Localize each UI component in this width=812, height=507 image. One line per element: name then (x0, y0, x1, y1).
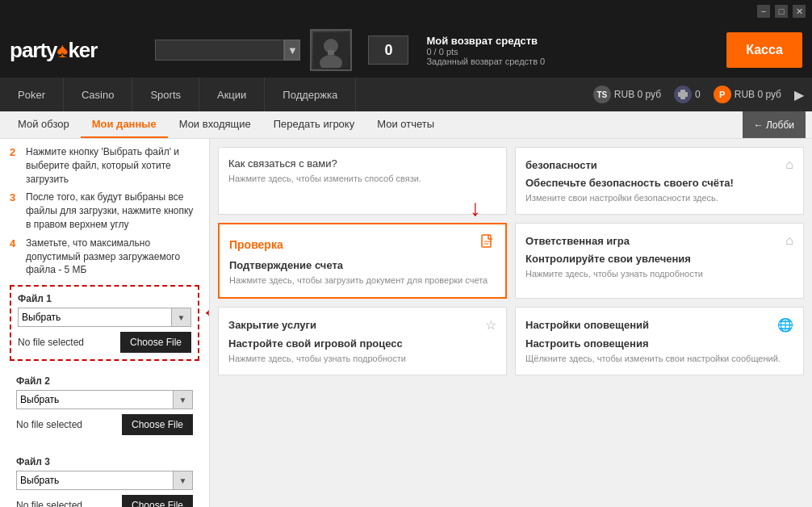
top-header: party ♠ ker ▼ 0 Мой возврат средств 0 / … (0, 23, 812, 78)
avatar (310, 29, 352, 71)
expand-icon[interactable]: ▶ (794, 87, 804, 103)
file3-select-row: Выбрать ▼ (16, 471, 193, 490)
file2-select-arrow[interactable]: ▼ (174, 390, 193, 409)
file2-select[interactable]: Выбрать (16, 390, 174, 409)
notifications-title: Настройки оповещений (525, 319, 649, 331)
closing-star-icon: ☆ (485, 317, 496, 333)
logo[interactable]: party ♠ ker (10, 38, 97, 63)
file1-label: Файл 1 (18, 293, 191, 304)
close-button[interactable]: ✕ (793, 5, 806, 18)
step-3: 3 После того, как будут выбраны все файл… (10, 191, 199, 231)
nav-sports[interactable]: Sports (132, 78, 199, 111)
cashier-button[interactable]: Касса (726, 32, 802, 68)
contact-title: Как связаться с вами? (228, 157, 496, 170)
file2-label: Файл 2 (16, 375, 193, 387)
step-4: 4 Заметьте, что максимально допустимый р… (10, 237, 199, 277)
nav-casino[interactable]: Casino (64, 78, 132, 111)
security-card[interactable]: безопасности ⌂ Обеспечьте безопасность с… (515, 147, 804, 215)
verification-header: Проверка (229, 234, 496, 254)
nav-poker[interactable]: Poker (0, 78, 64, 111)
balance-info: Мой возврат средств 0 / 0 pts Заданный в… (426, 35, 545, 66)
subnav-reports[interactable]: Мои отчеты (366, 111, 446, 138)
file2-select-row: Выбрать ▼ (16, 390, 193, 409)
lobby-button[interactable]: ← Лобби (743, 111, 806, 138)
logo-poker: ker (68, 38, 97, 63)
closing-title: Закрытие услуги (228, 319, 316, 331)
balance-title: Мой возврат средств (426, 35, 545, 47)
chip-balance: 0 (674, 86, 701, 103)
security-icon: ⌂ (785, 157, 793, 172)
closing-header: Закрытие услуги ☆ (228, 317, 496, 333)
contact-desc: Нажмите здесь, чтобы изменить способ свя… (228, 173, 496, 185)
p-icon: P (714, 86, 731, 103)
subnav-overview[interactable]: Мой обзор (6, 111, 81, 138)
security-card-header: безопасности ⌂ (525, 157, 793, 172)
responsible-title: Ответственная игра (525, 235, 630, 247)
nav-aktsii[interactable]: Акции (199, 78, 265, 111)
file3-no-file: No file selected (16, 500, 117, 507)
instructions: 2 Нажмите кнопку 'Выбрать файл' и выбери… (10, 145, 199, 277)
file1-choose-button[interactable]: Choose File (120, 332, 191, 353)
main-nav: Poker Casino Sports Акции Поддержка TS R… (0, 78, 812, 111)
responsible-card[interactable]: Ответственная игра ⌂ Контролируйте свои … (515, 223, 804, 298)
file3-label: Файл 3 (16, 456, 193, 467)
verification-title: Проверка (229, 238, 283, 251)
subnav-mydata[interactable]: Мои данные (81, 111, 168, 138)
file3-section: Файл 3 Выбрать ▼ No file selected Choose… (10, 450, 199, 507)
p-balance: P RUB 0 руб (714, 86, 781, 103)
balance-pts: 0 / 0 pts (426, 47, 545, 57)
contact-card[interactable]: Как связаться с вами? Нажмите здесь, что… (218, 147, 507, 215)
file3-select-arrow[interactable]: ▼ (174, 471, 193, 490)
notifications-header: Настройки оповещений 🌐 (525, 317, 793, 333)
sub-nav: Мой обзор Мои данные Мои входящие Переда… (0, 111, 812, 139)
chip-amount: 0 (695, 89, 701, 100)
svg-rect-5 (680, 90, 685, 99)
nav-support[interactable]: Поддержка (265, 78, 356, 111)
notifications-globe-icon: 🌐 (777, 317, 793, 333)
maximize-button[interactable]: □ (775, 5, 788, 18)
responsible-header: Ответственная игра ⌂ (525, 233, 793, 248)
security-subtitle: Обеспечьте безопасность своего счёта! (525, 177, 793, 189)
file2-input-row: No file selected Choose File (16, 414, 193, 435)
subnav-transfer[interactable]: Передать игроку (262, 111, 366, 138)
file3-select[interactable]: Выбрать (16, 471, 174, 490)
responsible-subtitle: Контролируйте свои увлечения (525, 253, 793, 265)
main-content: 2 Нажмите кнопку 'Выбрать файл' и выбери… (0, 139, 812, 507)
pts-value: 0 (384, 42, 392, 59)
notifications-card[interactable]: Настройки оповещений 🌐 Настроить оповеще… (515, 307, 804, 375)
chip-icon (674, 86, 692, 103)
notifications-subtitle: Настроить оповещения (525, 337, 793, 350)
balance-sub: Заданный возврат средств 0 (426, 57, 545, 66)
avatar-image (312, 30, 350, 70)
verification-card[interactable]: ↓ Проверка Подтверждение счета Нажмите з… (218, 223, 507, 298)
file2-choose-button[interactable]: Choose File (122, 414, 193, 435)
security-desc: Измените свои настройки безопасности зде… (525, 192, 793, 204)
search-input[interactable] (155, 40, 284, 61)
file1-select[interactable]: Выбрать (18, 308, 172, 327)
minimize-button[interactable]: − (757, 5, 770, 18)
ts-amount: RUB 0 руб (614, 89, 661, 100)
p-amount: RUB 0 руб (735, 89, 781, 100)
logo-text: party (10, 38, 57, 63)
closing-desc: Нажмите здесь, чтобы узнать подробности (228, 353, 496, 365)
search-dropdown-arrow[interactable]: ▼ (284, 40, 300, 61)
title-bar: − □ ✕ (0, 0, 812, 23)
file1-no-file: No file selected (18, 337, 115, 348)
ts-icon: TS (593, 86, 611, 103)
file3-choose-button[interactable]: Choose File (122, 495, 193, 507)
file2-section: Файл 2 Выбрать ▼ No file selected Choose… (10, 369, 199, 442)
verification-arrow: ↓ (470, 195, 481, 221)
balance-section: 0 Мой возврат средств 0 / 0 pts Заданный… (362, 35, 545, 66)
file1-select-row: Выбрать ▼ (18, 308, 191, 327)
responsible-desc: Нажмите здесь, чтобы узнать подробности (525, 268, 793, 280)
step-2: 2 Нажмите кнопку 'Выбрать файл' и выбери… (10, 145, 199, 186)
search-bar: ▼ (155, 40, 300, 61)
subnav-inbox[interactable]: Мои входящие (168, 111, 262, 138)
logo-icon: ♠ (57, 38, 69, 63)
svg-rect-3 (328, 50, 334, 55)
file1-select-arrow[interactable]: ▼ (172, 308, 191, 327)
closing-card[interactable]: Закрытие услуги ☆ Настройте свой игровой… (218, 307, 507, 375)
closing-subtitle: Настройте свой игровой процесс (228, 337, 496, 350)
file1-section: ← Файл 1 Выбрать ▼ No file selected Choo… (10, 285, 199, 361)
verification-desc: Нажмите здесь, чтобы загрузить документ … (229, 274, 496, 287)
